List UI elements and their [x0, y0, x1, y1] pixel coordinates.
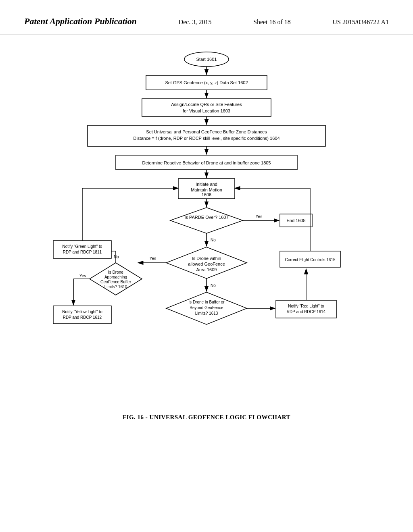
svg-text:GeoFence Buffer: GeoFence Buffer — [100, 280, 131, 284]
flowchart-svg: Start 1601 Set GPS Geofence (x, y, z) Da… — [49, 47, 364, 410]
svg-text:Start 1601: Start 1601 — [196, 57, 217, 62]
svg-text:Is Drone within: Is Drone within — [192, 256, 221, 261]
svg-text:Is PARDE Over? 1607: Is PARDE Over? 1607 — [184, 215, 228, 220]
header-patent: US 2015/0346722 A1 — [332, 19, 389, 26]
svg-text:Limits? 1610: Limits? 1610 — [104, 285, 127, 289]
svg-text:Set GPS Geofence (x, y, z) Dat: Set GPS Geofence (x, y, z) Data Set 1602 — [165, 80, 248, 85]
svg-marker-23 — [170, 208, 243, 233]
svg-text:Determine Reactive Behavior of: Determine Reactive Behavior of Drone at … — [142, 160, 271, 165]
svg-text:1606: 1606 — [202, 192, 211, 197]
svg-text:Yes: Yes — [150, 256, 156, 261]
svg-text:allowed GeoFence: allowed GeoFence — [188, 262, 225, 266]
svg-text:RDP and RDCP 1614: RDP and RDCP 1614 — [287, 310, 326, 314]
svg-text:Notify "Green Light" to: Notify "Green Light" to — [63, 244, 102, 249]
svg-text:No: No — [211, 283, 216, 288]
svg-text:RDP and RDCP 1612: RDP and RDCP 1612 — [63, 315, 102, 320]
svg-text:Beyond GeoFence: Beyond GeoFence — [190, 305, 223, 310]
svg-text:Is Drone: Is Drone — [108, 270, 123, 274]
svg-text:Yes: Yes — [256, 214, 262, 219]
svg-text:for Visual Location 1603: for Visual Location 1603 — [183, 108, 230, 113]
svg-text:RDP and RDCP 1811: RDP and RDCP 1811 — [63, 250, 102, 254]
svg-text:Set Universal and Personal Geo: Set Universal and Personal GeoFence Buff… — [146, 129, 267, 134]
svg-rect-53 — [53, 306, 111, 324]
svg-text:Yes: Yes — [79, 274, 86, 278]
svg-text:End 1608: End 1608 — [286, 218, 305, 223]
svg-text:No: No — [211, 238, 216, 242]
svg-text:Assign/Locate QRs or Site Feat: Assign/Locate QRs or Site Features — [171, 102, 242, 107]
svg-rect-7 — [142, 99, 271, 116]
svg-rect-45 — [53, 241, 111, 258]
svg-text:Notify "Yellow Light" to: Notify "Yellow Light" to — [62, 310, 102, 314]
svg-text:Limits? 1613: Limits? 1613 — [195, 311, 218, 316]
svg-text:Distance = f (drone, RDP or RD: Distance = f (drone, RDP or RDCP skill l… — [133, 136, 280, 141]
svg-text:Notify "Red Light" to: Notify "Red Light" to — [288, 304, 324, 308]
header-title: Patent Application Publication — [24, 16, 137, 27]
svg-text:Maintain Motion: Maintain Motion — [191, 187, 222, 192]
svg-text:No: No — [114, 255, 119, 259]
svg-text:Is Drone in Buffer or: Is Drone in Buffer or — [188, 300, 225, 304]
svg-text:Initiate and: Initiate and — [196, 182, 217, 187]
header-sheet: Sheet 16 of 18 — [253, 19, 291, 26]
svg-text:Correct Flight Controls 1615: Correct Flight Controls 1615 — [285, 258, 335, 262]
svg-text:Area 1609: Area 1609 — [196, 267, 217, 272]
svg-text:Approaching: Approaching — [104, 275, 127, 279]
header-date: Dec. 3, 2015 — [179, 19, 212, 26]
figure-caption: FIG. 16 - UNIVERSAL GEOFENCE LOGIC FLOWC… — [123, 414, 290, 421]
svg-rect-63 — [276, 300, 336, 318]
page-header: Patent Application Publication Dec. 3, 2… — [0, 0, 413, 35]
diagram-area: Start 1601 Set GPS Geofence (x, y, z) Da… — [0, 35, 413, 470]
